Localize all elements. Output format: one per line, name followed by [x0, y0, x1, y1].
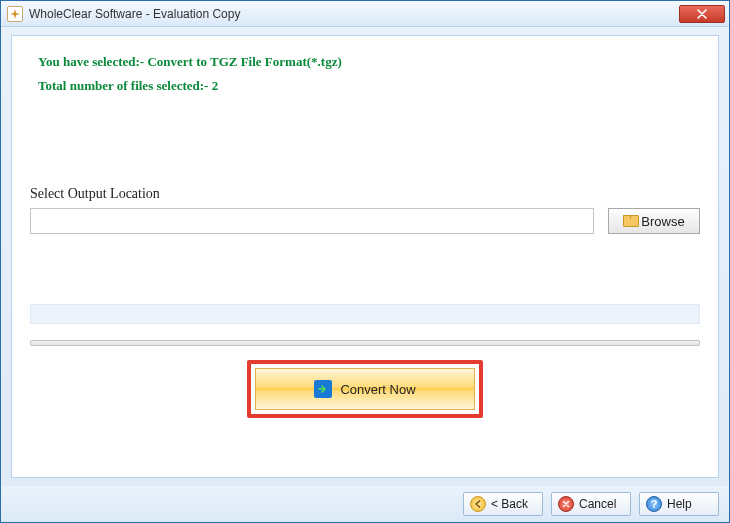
browse-button[interactable]: Browse	[608, 208, 700, 234]
cancel-label: Cancel	[579, 497, 616, 511]
wizard-panel: You have selected:- Convert to TGZ File …	[11, 35, 719, 478]
convert-now-label: Convert Now	[340, 382, 415, 397]
browse-label: Browse	[641, 214, 684, 229]
window-title: WholeClear Software - Evaluation Copy	[29, 7, 679, 21]
progress-area	[30, 304, 700, 346]
app-icon	[7, 6, 23, 22]
convert-highlight: Convert Now	[247, 360, 483, 418]
app-window: WholeClear Software - Evaluation Copy Yo…	[0, 0, 730, 523]
titlebar: WholeClear Software - Evaluation Copy	[1, 1, 729, 27]
help-icon: ?	[646, 496, 662, 512]
back-label: < Back	[491, 497, 528, 511]
output-location-input[interactable]	[30, 208, 594, 234]
help-label: Help	[667, 497, 692, 511]
output-location-label: Select Output Location	[30, 186, 700, 202]
wizard-footer: < Back Cancel ? Help	[1, 486, 729, 522]
help-button[interactable]: ? Help	[639, 492, 719, 516]
progress-bar	[30, 340, 700, 346]
back-icon	[470, 496, 486, 512]
cancel-icon	[558, 496, 574, 512]
back-button[interactable]: < Back	[463, 492, 543, 516]
convert-now-button[interactable]: Convert Now	[255, 368, 475, 410]
convert-icon	[314, 380, 332, 398]
folder-icon	[623, 215, 637, 227]
content-area: You have selected:- Convert to TGZ File …	[1, 27, 729, 486]
selection-summary-format: You have selected:- Convert to TGZ File …	[38, 54, 700, 70]
selection-summary-count: Total number of files selected:- 2	[38, 78, 700, 94]
cancel-button[interactable]: Cancel	[551, 492, 631, 516]
status-bar	[30, 304, 700, 324]
close-button[interactable]	[679, 5, 725, 23]
close-icon	[697, 9, 707, 19]
output-location-row: Browse	[30, 208, 700, 234]
